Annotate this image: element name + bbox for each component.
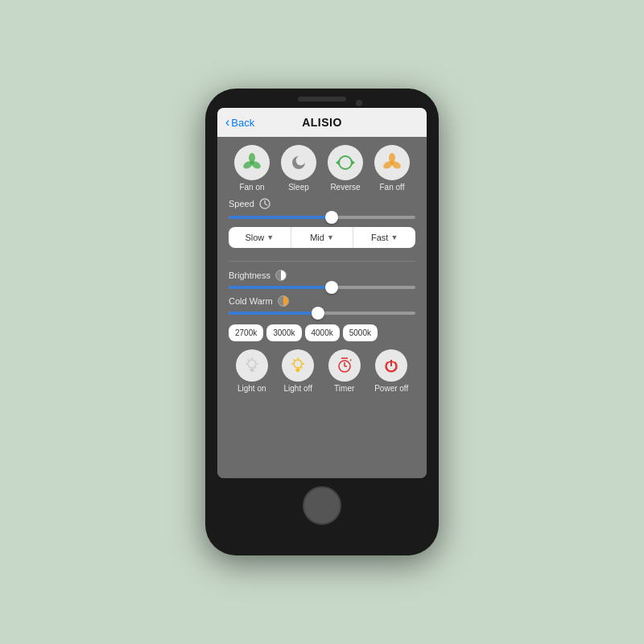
svg-line-28 <box>301 367 302 368</box>
slow-filter-icon: ▼ <box>266 233 274 242</box>
fast-label: Fast <box>371 233 388 242</box>
light-on-label: Light on <box>237 384 266 393</box>
timer-icon-circle <box>328 349 361 382</box>
power-off-icon-circle <box>375 349 407 382</box>
back-button[interactable]: ‹ Back <box>225 115 254 130</box>
divider-1 <box>229 261 415 262</box>
page-title: ALISIO <box>302 116 342 129</box>
temp-3000k-button[interactable]: 3000k <box>266 324 301 341</box>
svg-point-3 <box>250 161 254 165</box>
timer-icon <box>336 357 353 374</box>
fan-on-icon <box>242 152 262 173</box>
sleep-icon-circle <box>281 145 316 180</box>
phone-camera <box>356 100 362 106</box>
phone-speaker <box>298 97 346 101</box>
timer-button[interactable]: Timer <box>328 349 361 393</box>
light-on-icon-circle <box>236 349 268 382</box>
temp-2700k-label: 2700k <box>235 328 257 337</box>
cold-warm-slider-track <box>229 312 415 315</box>
svg-line-18 <box>247 359 248 360</box>
svg-line-27 <box>294 359 295 360</box>
mid-button[interactable]: Mid ▼ <box>291 227 354 248</box>
svg-rect-30 <box>296 370 299 372</box>
speed-slider-fill <box>229 216 332 219</box>
fan-controls-row: Fan on Sleep <box>229 145 415 192</box>
temp-3000k-label: 3000k <box>273 328 295 337</box>
header: ‹ Back ALISIO <box>217 108 427 137</box>
svg-point-36 <box>341 357 343 359</box>
mid-label: Mid <box>310 233 324 242</box>
light-on-button[interactable]: Light on <box>236 349 268 393</box>
speed-buttons-group: Slow ▼ Mid ▼ Fast ▼ <box>229 227 415 248</box>
mid-filter-icon: ▼ <box>327 233 334 242</box>
back-label: Back <box>231 117 254 129</box>
reverse-button[interactable]: Reverse <box>328 145 363 192</box>
sleep-label: Sleep <box>288 183 309 192</box>
fan-off-icon-circle <box>374 145 410 180</box>
temp-5000k-button[interactable]: 5000k <box>343 324 378 341</box>
slow-label: Slow <box>245 233 264 242</box>
brightness-label-row: Brightness <box>229 270 415 281</box>
brightness-icon <box>275 270 287 281</box>
speed-slider[interactable] <box>229 216 415 219</box>
fan-off-button[interactable]: Fan off <box>374 145 410 192</box>
fan-on-icon-circle <box>234 145 270 180</box>
fan-off-icon <box>382 152 402 173</box>
svg-rect-21 <box>250 370 254 372</box>
fast-button[interactable]: Fast ▼ <box>353 227 415 248</box>
sleep-icon <box>288 152 309 173</box>
bottom-actions-row: Light on <box>229 349 415 393</box>
color-temp-buttons: 2700k 3000k 4000k 5000k <box>229 324 415 341</box>
main-content: Fan on Sleep <box>217 137 427 478</box>
phone-screen: ‹ Back ALISIO Fan on <box>217 108 427 478</box>
brightness-section: Brightness Cold Warm <box>229 270 415 318</box>
speed-label: Speed <box>229 199 254 208</box>
home-button[interactable] <box>303 486 341 525</box>
temp-4000k-label: 4000k <box>312 328 333 337</box>
sleep-button[interactable]: Sleep <box>281 145 316 192</box>
fan-off-label: Fan off <box>380 183 405 192</box>
cold-warm-slider-thumb[interactable] <box>312 307 324 320</box>
brightness-slider[interactable] <box>229 286 415 289</box>
brightness-slider-fill <box>229 286 332 289</box>
cold-warm-label-row: Cold Warm <box>229 295 415 307</box>
svg-point-13 <box>248 360 256 368</box>
power-off-icon <box>382 357 400 374</box>
reverse-icon <box>335 152 356 173</box>
light-off-icon <box>289 357 307 374</box>
speed-slider-track <box>229 216 415 219</box>
brightness-slider-thumb[interactable] <box>325 281 338 294</box>
svg-rect-20 <box>250 369 254 370</box>
power-off-label: Power off <box>374 384 408 393</box>
temp-5000k-label: 5000k <box>349 328 371 337</box>
fan-on-button[interactable]: Fan on <box>234 145 270 192</box>
slow-button[interactable]: Slow ▼ <box>229 227 291 248</box>
light-off-icon-circle <box>282 349 314 382</box>
speed-icon <box>259 198 270 209</box>
light-off-button[interactable]: Light off <box>282 349 314 393</box>
svg-line-12 <box>265 204 267 205</box>
brightness-label: Brightness <box>229 270 270 280</box>
svg-point-9 <box>390 161 394 165</box>
back-chevron-icon: ‹ <box>225 115 229 130</box>
svg-line-19 <box>255 367 256 368</box>
fast-filter-icon: ▼ <box>390 233 398 242</box>
phone-device: ‹ Back ALISIO Fan on <box>205 89 439 555</box>
svg-line-35 <box>350 360 352 361</box>
speed-slider-thumb[interactable] <box>325 211 338 224</box>
reverse-label: Reverse <box>330 183 360 192</box>
brightness-slider-track <box>229 286 415 289</box>
light-on-icon <box>243 357 261 374</box>
cold-warm-slider[interactable] <box>229 312 415 315</box>
timer-label: Timer <box>334 384 354 393</box>
svg-point-37 <box>346 357 348 359</box>
speed-label-row: Speed <box>229 198 415 209</box>
temp-2700k-button[interactable]: 2700k <box>229 324 263 341</box>
svg-marker-5 <box>336 160 339 165</box>
temp-4000k-button[interactable]: 4000k <box>305 324 340 341</box>
cold-warm-icon <box>278 295 289 307</box>
light-off-label: Light off <box>284 384 312 393</box>
power-off-button[interactable]: Power off <box>374 349 408 393</box>
cold-warm-slider-fill <box>229 312 318 315</box>
reverse-icon-circle <box>328 145 363 180</box>
